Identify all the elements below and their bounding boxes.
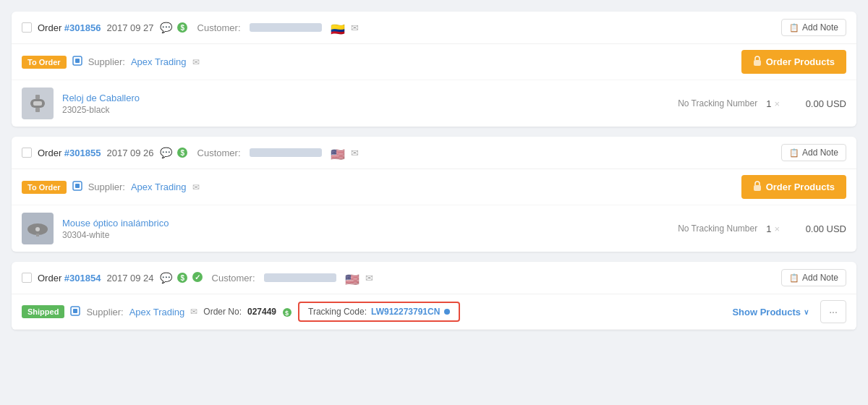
check-icon: ✓ <box>192 271 203 285</box>
order-no-dollar-icon: $ <box>282 306 292 317</box>
order-header: Order #3018562017 09 27💬 $ Customer:🇨🇴✉📋… <box>12 12 856 44</box>
status-badge: To Order <box>22 56 67 69</box>
svg-rect-13 <box>754 185 761 191</box>
header-right: 📋Add Note <box>775 144 846 161</box>
supplier-email-icon[interactable]: ✉ <box>190 307 197 317</box>
product-info: Mouse óptico inalámbrico30304-white <box>62 218 669 240</box>
product-quantity: 1 × <box>766 98 780 109</box>
supplier-row-right: Show Products∨··· <box>726 300 846 323</box>
product-quantity: 1 × <box>766 223 780 234</box>
product-info: Reloj de Caballero23025-black <box>62 93 669 115</box>
svg-text:$: $ <box>180 149 184 157</box>
supplier-label: Supplier: <box>86 307 123 317</box>
email-icon[interactable]: ✉ <box>365 273 373 284</box>
customer-name-blurred <box>250 23 322 32</box>
add-note-button[interactable]: 📋Add Note <box>781 269 846 286</box>
order-number-value: 027449 <box>247 307 276 317</box>
header-right: 📋Add Note <box>775 19 846 36</box>
chat-icon[interactable]: 💬 <box>160 271 173 284</box>
note-icon: 📋 <box>789 273 799 283</box>
product-sku: 23025-black <box>62 105 669 115</box>
lock-icon <box>753 181 762 193</box>
country-flag-icon: 🇺🇸 <box>331 148 345 158</box>
supplier-email-icon[interactable]: ✉ <box>192 182 200 192</box>
add-note-button[interactable]: 📋Add Note <box>781 144 846 161</box>
order-products-label: Order Products <box>766 182 835 192</box>
dollar-icon[interactable]: $ <box>176 271 189 284</box>
product-name[interactable]: Mouse óptico inalámbrico <box>62 218 669 229</box>
product-sku: 30304-white <box>62 230 669 240</box>
svg-text:$: $ <box>180 24 184 32</box>
customer-name-blurred <box>250 148 322 157</box>
tracking-code-value[interactable]: LW912273791CN <box>371 307 440 317</box>
add-note-label: Add Note <box>802 22 838 33</box>
product-row: Reloj de Caballero23025-blackNo Tracking… <box>12 80 856 127</box>
dollar-icon[interactable]: $ <box>176 21 189 34</box>
add-note-button[interactable]: 📋Add Note <box>781 19 846 36</box>
supplier-row-right: Order Products <box>741 175 846 199</box>
order-number[interactable]: Order #301854 <box>38 273 101 284</box>
order-icons: 💬 $ <box>160 146 189 159</box>
supplier-email-icon[interactable]: ✉ <box>192 57 200 67</box>
email-icon[interactable]: ✉ <box>351 148 359 158</box>
add-note-label: Add Note <box>802 273 838 283</box>
more-options-button[interactable]: ··· <box>820 300 846 323</box>
svg-rect-22 <box>73 309 77 313</box>
svg-text:$: $ <box>180 274 184 282</box>
svg-rect-8 <box>35 108 40 112</box>
product-thumbnail <box>22 88 54 119</box>
country-flag-icon: 🇨🇴 <box>331 22 345 33</box>
show-products-label: Show Products <box>732 307 801 317</box>
dollar-icon[interactable]: $ <box>176 146 189 159</box>
order-number-label: Order No: <box>203 307 242 317</box>
note-icon: 📋 <box>789 23 799 33</box>
tracking-code-box: Tracking Code: LW912273791CN <box>298 302 460 322</box>
product-row: Mouse óptico inalámbrico30304-whiteNo Tr… <box>12 205 856 252</box>
order-products-label: Order Products <box>766 56 835 67</box>
supplier-row: To Order Supplier: Apex Trading ✉ Order … <box>12 169 856 205</box>
supplier-icon <box>72 181 82 193</box>
supplier-label: Supplier: <box>88 182 125 192</box>
chat-icon[interactable]: 💬 <box>160 146 173 159</box>
product-price: 0.00 USD <box>788 223 846 234</box>
order-checkbox[interactable] <box>22 273 32 283</box>
show-products-button[interactable]: Show Products∨ <box>726 302 814 322</box>
order-products-button[interactable]: Order Products <box>741 50 846 74</box>
order-icons: 💬 $ ✓ <box>160 271 203 285</box>
order-checkbox[interactable] <box>22 148 32 158</box>
order-checkbox[interactable] <box>22 22 32 33</box>
supplier-name[interactable]: Apex Trading <box>131 182 187 192</box>
tracking-status-dot <box>444 309 450 315</box>
add-note-label: Add Note <box>802 148 838 158</box>
product-name[interactable]: Reloj de Caballero <box>62 93 669 103</box>
email-icon[interactable]: ✉ <box>351 22 359 33</box>
supplier-row: Shipped Supplier: Apex Trading ✉Order No… <box>12 294 856 330</box>
order-date: 2017 09 27 <box>106 22 153 33</box>
customer-label: Customer: <box>212 273 255 284</box>
svg-text:✓: ✓ <box>194 273 200 281</box>
order-card: Order #3018552017 09 26💬 $ Customer:🇺🇸✉📋… <box>12 137 856 252</box>
product-thumbnail <box>22 213 54 244</box>
chat-icon[interactable]: 💬 <box>160 21 173 34</box>
customer-name-blurred <box>264 273 336 282</box>
svg-rect-12 <box>75 184 80 188</box>
order-card: Order #3018562017 09 27💬 $ Customer:🇨🇴✉📋… <box>12 12 856 127</box>
supplier-row: To Order Supplier: Apex Trading ✉ Order … <box>12 44 856 80</box>
tracking-code-label: Tracking Code: <box>308 307 367 317</box>
svg-text:$: $ <box>285 309 289 316</box>
order-products-button[interactable]: Order Products <box>741 175 846 199</box>
header-right: 📋Add Note <box>775 269 846 286</box>
product-price: 0.00 USD <box>788 98 846 109</box>
order-date: 2017 09 26 <box>106 148 153 158</box>
lock-icon <box>753 56 762 68</box>
order-number[interactable]: Order #301855 <box>38 148 101 158</box>
supplier-name[interactable]: Apex Trading <box>131 56 187 67</box>
order-number[interactable]: Order #301856 <box>38 22 101 33</box>
country-flag-icon: 🇺🇸 <box>345 273 359 283</box>
product-tracking-text: No Tracking Number <box>678 223 757 234</box>
note-icon: 📋 <box>789 148 799 158</box>
svg-point-15 <box>35 227 40 231</box>
order-header: Order #3018542017 09 24💬 $ ✓ Customer:🇺🇸… <box>12 262 856 294</box>
supplier-name[interactable]: Apex Trading <box>129 307 185 317</box>
order-card: Order #3018542017 09 24💬 $ ✓ Customer:🇺🇸… <box>12 262 856 330</box>
